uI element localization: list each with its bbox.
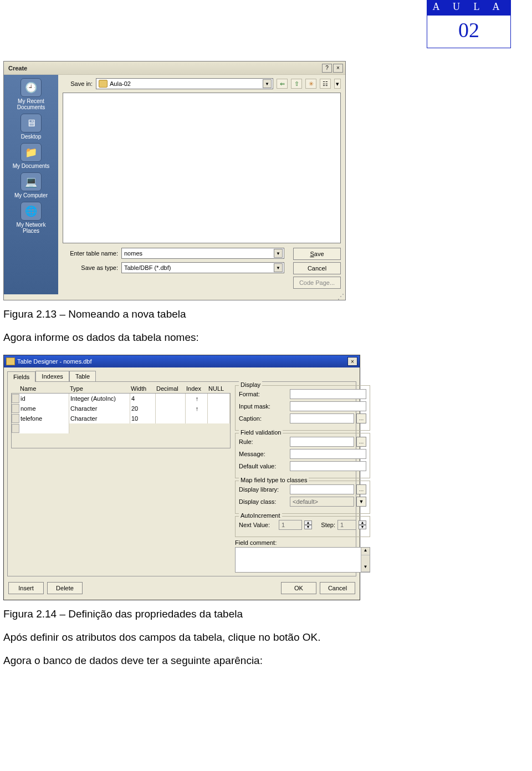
table-icon [6, 358, 15, 365]
row-handle[interactable] [12, 414, 19, 423]
cancel-button[interactable]: Cancel [293, 262, 341, 274]
comment-area: Field comment: ▲▼ [235, 539, 370, 573]
rule-browse-button[interactable]: … [356, 437, 366, 447]
place-network[interactable]: 🌐My Network Places [8, 202, 54, 234]
recent-icon: 🕘 [21, 78, 42, 97]
create-dialog: Create ? × 🕘My Recent Documents 🖥Desktop… [3, 61, 346, 300]
close-button[interactable]: × [347, 357, 357, 366]
message-input[interactable] [290, 449, 366, 459]
library-input[interactable] [290, 484, 354, 494]
network-icon: 🌐 [21, 202, 42, 221]
table-name-input[interactable]: nomes ▼ [121, 248, 284, 259]
table-designer-titlebar[interactable]: Table Designer - nomes.dbf × [4, 355, 360, 367]
back-button[interactable]: ⇐ [277, 79, 288, 89]
class-dropdown-button[interactable]: ▼ [356, 497, 366, 507]
comment-textarea[interactable]: ▲▼ [235, 547, 370, 573]
rule-input[interactable] [290, 437, 354, 447]
library-label: Display library: [239, 486, 288, 493]
map-group: Map field type to classes Display librar… [235, 481, 370, 514]
save-button[interactable]: Save [293, 248, 341, 260]
col-index: Index [186, 385, 208, 392]
format-label: Format: [239, 391, 288, 397]
tab-table[interactable]: Table [69, 371, 96, 381]
format-input[interactable] [290, 389, 366, 399]
aula-badge: A U L A 02 [427, 0, 511, 48]
display-group: Display Format: Input mask: Caption:… [235, 385, 370, 431]
new-folder-button[interactable]: ✳ [305, 79, 316, 89]
step-label: Step: [314, 522, 335, 528]
class-combo[interactable]: <default> [290, 497, 354, 507]
inputmask-label: Input mask: [239, 403, 288, 410]
delete-button[interactable]: Delete [47, 582, 83, 594]
table-row-empty[interactable] [12, 423, 230, 433]
caption-browse-button[interactable]: … [356, 413, 366, 423]
tab-indexes[interactable]: Indexes [35, 371, 69, 381]
nextvalue-input[interactable]: 1 [279, 520, 302, 530]
cancel-button[interactable]: Cancel [320, 582, 355, 594]
default-input[interactable] [290, 461, 366, 471]
aula-number: 02 [427, 15, 511, 48]
col-type: Type [70, 385, 131, 392]
table-row[interactable]: nome Character 20 ↑ [12, 404, 230, 413]
caption-label: Caption: [239, 415, 288, 422]
place-documents[interactable]: 📁My Documents [8, 143, 54, 169]
dropdown-icon[interactable]: ▼ [274, 263, 283, 272]
views-button[interactable]: ☷ [320, 79, 331, 89]
table-designer-title: Table Designer - nomes.dbf [17, 358, 347, 365]
save-type-combo[interactable]: Table/DBF (*.dbf) ▼ [121, 262, 284, 273]
row-handle[interactable] [12, 394, 19, 403]
table-row[interactable]: id Integer (AutoInc) 4 ↑ [12, 394, 230, 404]
file-list[interactable] [63, 93, 341, 243]
dropdown-icon[interactable]: ▼ [263, 79, 272, 88]
places-bar: 🕘My Recent Documents 🖥Desktop 📁My Docume… [4, 75, 58, 294]
save-in-label: Save in: [63, 80, 93, 87]
table-row[interactable]: telefone Character 10 [12, 413, 230, 423]
up-button[interactable]: ⇧ [291, 79, 302, 89]
views-arrow-button[interactable]: ▾ [334, 79, 341, 89]
inputmask-input[interactable] [290, 401, 366, 411]
place-recent[interactable]: 🕘My Recent Documents [8, 78, 54, 110]
col-null: NULL [208, 385, 231, 392]
save-type-label: Save as type: [63, 264, 118, 271]
paragraph-1: Agora informe os dados da tabela nomes: [3, 331, 532, 344]
caption-input[interactable] [290, 413, 354, 423]
col-width: Width [131, 385, 156, 392]
fields-grid: Name Type Width Decimal Index NULL id In… [11, 385, 231, 573]
validation-group: Field validation Rule:… Message: Default… [235, 433, 370, 478]
save-in-combo[interactable]: Aula-02 ▼ [96, 78, 273, 89]
rule-label: Rule: [239, 438, 288, 445]
folder-icon [99, 80, 108, 88]
help-button[interactable]: ? [322, 64, 332, 73]
col-decimal: Decimal [156, 385, 186, 392]
nextvalue-label: Next Value: [239, 522, 277, 528]
tabs: Fields Indexes Table [4, 367, 360, 381]
scrollbar[interactable]: ▲▼ [361, 548, 370, 572]
step-input[interactable]: 1 [337, 520, 356, 530]
table-designer-dialog: Table Designer - nomes.dbf × Fields Inde… [3, 355, 360, 600]
create-titlebar[interactable]: Create ? × [4, 62, 345, 75]
tab-fields[interactable]: Fields [7, 371, 35, 382]
row-handle[interactable] [12, 424, 19, 433]
ok-button[interactable]: OK [281, 582, 316, 594]
paragraph-3: Agora o banco de dados deve ter a seguin… [3, 655, 532, 667]
aula-label: A U L A [427, 0, 511, 15]
default-label: Default value: [239, 463, 288, 469]
desktop-icon: 🖥 [21, 114, 42, 132]
place-computer[interactable]: 💻My Computer [8, 172, 54, 198]
resize-grip[interactable]: ⋰ [4, 294, 345, 300]
close-button[interactable]: × [333, 64, 343, 73]
class-label: Display class: [239, 498, 288, 505]
step-spinner[interactable]: ▲▼ [359, 520, 366, 529]
figure-caption-213: Figura 2.13 – Nomeando a nova tabela [3, 308, 532, 320]
message-label: Message: [239, 451, 288, 457]
col-name: Name [20, 385, 70, 392]
row-handle[interactable] [12, 404, 19, 413]
nextvalue-spinner[interactable]: ▲▼ [304, 520, 312, 529]
place-desktop[interactable]: 🖥Desktop [8, 114, 54, 140]
autoinc-group: AutoIncrement Next Value: 1 ▲▼ Step: 1 ▲… [235, 516, 370, 537]
comment-label: Field comment: [235, 539, 370, 546]
dropdown-icon[interactable]: ▼ [274, 249, 283, 258]
insert-button[interactable]: Insert [8, 582, 44, 594]
library-browse-button[interactable]: … [356, 484, 366, 494]
computer-icon: 💻 [21, 172, 42, 191]
